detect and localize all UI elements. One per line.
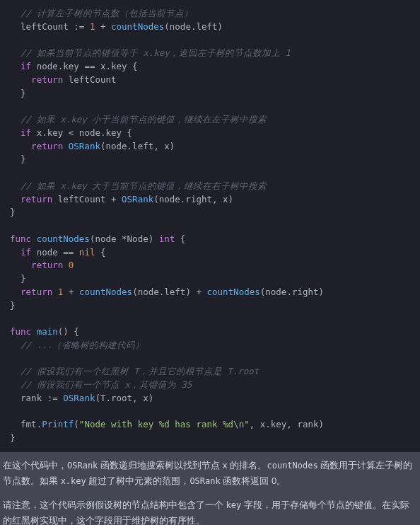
code-line: leftCount := 1 + countNodes(node.left): [10, 21, 420, 34]
paragraph: 请注意，这个代码示例假设树的节点结构中包含了一个 key 字段，用于存储每个节点…: [3, 497, 417, 525]
code-line: return OSRank(node.left, x): [10, 140, 420, 154]
text: 在这个代码中，: [3, 460, 67, 471]
explanation-text: 在这个代码中，OSRank 函数递归地搜索树以找到节点 x 的排名。countN…: [0, 452, 420, 525]
code-line: return leftCount + OSRank(node.right, x): [10, 193, 420, 207]
text: 超过了树中元素的范围，: [86, 475, 190, 486]
code-line: // 计算左子树的节点数（包括当前节点）: [10, 7, 420, 21]
code-line: }: [10, 206, 420, 219]
code-line: // 假设我们有一个红黑树 T，并且它的根节点是 T.root: [10, 365, 420, 379]
code-line: // 假设我们有一个节点 x，其键值为 35: [10, 379, 420, 392]
paragraph: 在这个代码中，OSRank 函数递归地搜索树以找到节点 x 的排名。countN…: [3, 458, 417, 489]
code-line: // 如果 x.key 大于当前节点的键值，继续在右子树中搜索: [10, 180, 420, 193]
code-line: // ...（省略树的构建代码）: [10, 339, 420, 352]
text: 的排名。: [228, 460, 267, 471]
code-line: func main() {: [10, 325, 420, 339]
code-line: if x.key < node.key {: [10, 127, 420, 140]
code-line: if node.key == x.key {: [10, 60, 420, 74]
code-line: [10, 166, 420, 180]
code-line: [10, 352, 420, 366]
inline-code: key: [226, 500, 242, 510]
code-line: }: [10, 272, 420, 286]
code-line: rank := OSRank(T.root, x): [10, 392, 420, 405]
text: 函数递归地搜索树以找到节点: [98, 460, 222, 471]
code-line: }: [10, 87, 420, 100]
code-line: // 如果 x.key 小于当前节点的键值，继续在左子树中搜索: [10, 113, 420, 127]
code-line: if node == nil {: [10, 246, 420, 260]
code-line: }: [10, 432, 420, 445]
code-line: }: [10, 153, 420, 166]
code-line: [10, 312, 420, 325]
code-line: return 1 + countNodes(node.left) + count…: [10, 286, 420, 299]
code-line: [10, 100, 420, 113]
code-block: // 计算左子树的节点数（包括当前节点） leftCount := 1 + co…: [0, 0, 420, 452]
code-line: fmt.Printf("Node with key %d has rank %d…: [10, 418, 420, 432]
inline-code: x.key: [61, 476, 86, 486]
code-line: // 如果当前节点的键值等于 x.key，返回左子树的节点数加上 1: [10, 47, 420, 60]
inline-code: x: [223, 461, 228, 471]
inline-code: OSRank: [189, 476, 220, 486]
inline-code: OSRank: [67, 461, 98, 471]
code-line: return leftCount: [10, 74, 420, 87]
text: 请注意，这个代码示例假设树的节点结构中包含了一个: [3, 500, 226, 510]
code-line: [10, 219, 420, 233]
text: 函数将返回 0。: [221, 475, 286, 486]
inline-code: countNodes: [267, 461, 317, 471]
code-line: }: [10, 299, 420, 313]
code-line: [10, 34, 420, 47]
code-line: func countNodes(node *Node) int {: [10, 233, 420, 246]
code-line: [10, 405, 420, 419]
code-line: return 0: [10, 259, 420, 272]
